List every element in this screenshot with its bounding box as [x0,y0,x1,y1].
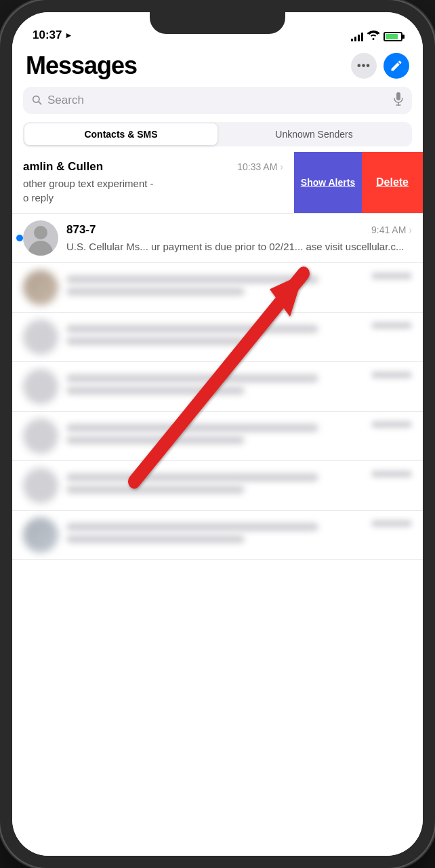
notch [150,12,285,34]
blurred-avatar-3 [23,369,58,404]
blurred-time-5 [371,471,412,477]
show-alerts-label: Show Alerts [301,176,355,189]
blurred-avatar-2 [23,319,58,355]
signal-bars [351,32,363,41]
swiped-message-item[interactable]: amlin & Cullen 10:33 AM › other group te… [12,152,423,214]
blurred-line-2b [66,337,245,345]
message-preview-2: U.S. Cellular Ms... ur payment is due pr… [66,239,412,254]
blurred-time-1 [371,273,412,279]
blurred-line-3b [66,387,245,395]
compose-icon [390,59,403,73]
blurred-line-5a [66,473,318,481]
battery-fill [386,34,398,39]
svg-line-1 [39,102,41,104]
dots-icon: ••• [357,60,371,72]
swiped-message-row: amlin & Cullen 10:33 AM › [23,160,283,174]
swipe-actions: Show Alerts Delete [294,152,423,213]
delete-button[interactable]: Delete [362,152,423,213]
blurred-line-2a [66,325,318,333]
blurred-line-4b [66,436,245,444]
unread-dot [16,235,23,241]
blurred-content-2 [66,325,363,349]
tab-contacts-sms-label: Contacts & SMS [84,129,157,140]
sender-name-2: 873-7 [66,223,96,237]
show-alerts-button[interactable]: Show Alerts [294,152,362,213]
delete-label: Delete [376,176,409,189]
page-title: Messages [26,52,137,80]
blurred-line-4a [66,424,318,432]
message-time-2: 9:41 AM › [371,224,412,235]
blurred-avatar-1 [23,270,58,305]
message-list: amlin & Cullen 10:33 AM › other group te… [12,152,423,560]
blurred-item-5 [12,461,423,511]
message-body-2: 873-7 9:41 AM › U.S. Cellular Ms... ur p… [66,223,412,254]
search-input[interactable]: Search [47,94,388,107]
location-icon: ► [64,31,72,40]
blurred-avatar-6 [23,517,58,553]
content-area: Messages ••• [12,46,423,856]
blurred-item-1 [12,263,423,313]
tab-unknown-senders[interactable]: Unknown Senders [218,123,411,145]
blurred-content-6 [66,523,363,547]
time-display: 10:37 [33,28,62,42]
blurred-time-2 [371,322,412,329]
status-time: 10:37 ► [33,28,72,42]
tab-contacts-sms[interactable]: Contacts & SMS [24,123,218,145]
signal-bar-2 [354,37,356,41]
tab-unknown-senders-label: Unknown Senders [275,129,352,140]
status-icons [351,31,402,42]
blurred-item-2 [12,313,423,362]
wifi-icon [367,31,379,42]
signal-bar-4 [361,33,363,41]
swiped-message-preview: other group text experiment -o reply [23,176,283,205]
blurred-time-3 [371,372,412,378]
blurred-time-6 [371,520,412,527]
blurred-content-3 [66,374,363,399]
message-row-2: 873-7 9:41 AM › [66,223,412,237]
battery-icon [384,32,402,41]
blurred-content-1 [66,275,363,300]
blurred-avatar-4 [23,418,58,454]
header-buttons: ••• [351,53,409,79]
blurred-line-5b [66,486,245,494]
signal-bar-1 [351,39,353,41]
blurred-item-4 [12,412,423,461]
compose-button[interactable] [384,53,409,79]
blurred-line-6a [66,523,318,531]
avatar-2 [23,220,58,256]
swiped-chevron: › [280,161,283,172]
message-item-2[interactable]: 873-7 9:41 AM › U.S. Cellular Ms... ur p… [12,214,423,263]
swiped-message-time: 10:33 AM › [237,161,283,172]
message-tabs: Contacts & SMS Unknown Senders [23,122,412,146]
blurred-content-5 [66,473,363,498]
blurred-item-6 [12,511,423,560]
search-bar[interactable]: Search [23,87,412,114]
phone-frame: 10:37 ► [0,0,435,868]
blurred-line-6b [66,535,245,543]
swiped-time-text: 10:33 AM [237,161,277,172]
phone-screen: 10:37 ► [12,12,423,856]
more-options-button[interactable]: ••• [351,53,377,79]
time-text-2: 9:41 AM [371,224,406,235]
search-icon [31,94,42,107]
swiped-sender-name: amlin & Cullen [23,160,103,174]
blurred-line-1a [66,275,318,283]
blurred-item-3 [12,362,423,412]
blurred-time-4 [371,421,412,428]
svg-rect-2 [396,92,400,100]
blurred-content-4 [66,424,363,448]
header: Messages ••• [12,46,423,87]
blurred-avatar-5 [23,468,58,503]
blurred-line-3a [66,374,318,382]
chevron-2: › [409,224,412,235]
blurred-line-1b [66,288,245,296]
swiped-message-content: amlin & Cullen 10:33 AM › other group te… [12,152,294,213]
mic-icon [393,92,404,108]
signal-bar-3 [358,35,360,41]
